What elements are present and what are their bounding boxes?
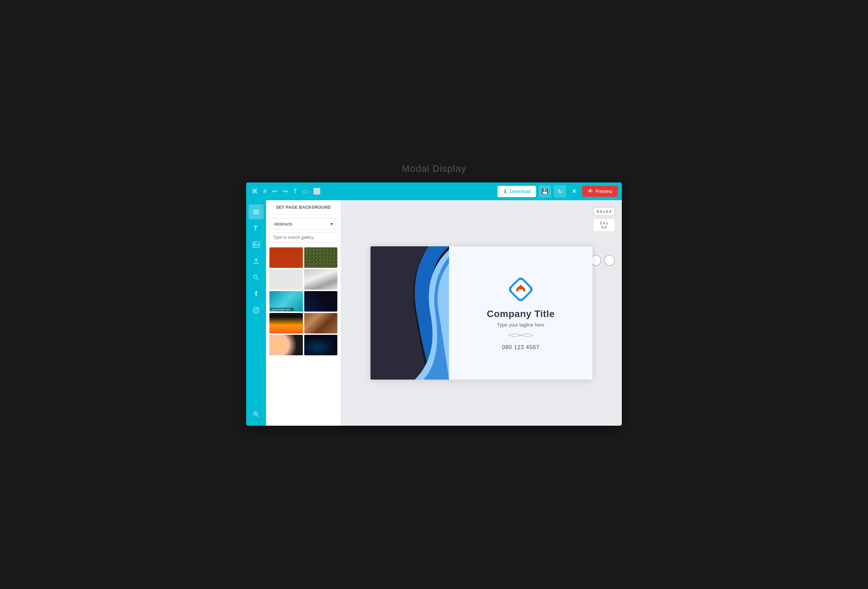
company-logo <box>507 276 534 303</box>
gallery-item-9[interactable] <box>269 335 303 355</box>
text-tool-icon[interactable]: T <box>292 186 298 197</box>
gallery-item-6[interactable] <box>304 291 338 312</box>
gallery-item-4[interactable] <box>304 269 338 290</box>
svg-rect-18 <box>518 289 523 292</box>
icon-sidebar: T <box>246 200 266 426</box>
crop-tool-icon[interactable]: ⬜ <box>312 186 322 197</box>
size-landscape[interactable]: 8.6 x 5.4 <box>593 207 615 216</box>
grid-icon[interactable]: # <box>262 186 268 197</box>
preview-button[interactable]: 👁 Preview <box>582 186 618 197</box>
download-icon: ⬇ <box>503 188 508 195</box>
gallery-item-8[interactable] <box>304 313 338 333</box>
toolbar: ⌘ # ↩ ↪ T ⬭ ⬜ ⬇ Download 💾 ↻ ✕ 👁 Preview <box>246 182 622 200</box>
gallery-item-label: eg2ykmbgdhl4gha... <box>270 308 294 311</box>
svg-point-9 <box>255 309 257 312</box>
undo-icon[interactable]: ↩ <box>271 186 279 197</box>
gallery-item-7[interactable] <box>269 313 303 333</box>
company-tagline: Type your tagline here <box>497 322 545 328</box>
gallery-item-10[interactable] <box>304 335 338 355</box>
svg-text:T: T <box>254 225 257 232</box>
sidebar-icon-facebook[interactable]: f <box>249 286 264 301</box>
gallery-grid: eg2ykmbgdhl4gha... <box>266 246 341 357</box>
svg-line-12 <box>257 415 259 417</box>
gallery-item-3[interactable] <box>269 269 303 290</box>
sidebar-icon-image[interactable] <box>249 237 264 252</box>
download-button[interactable]: ⬇ Download <box>497 186 536 197</box>
company-title: Company Title <box>487 308 555 320</box>
sidebar-icon-upload[interactable] <box>249 253 264 269</box>
size-portrait[interactable]: 5.4 x8.6 <box>593 219 615 232</box>
gallery-item-5[interactable]: eg2ykmbgdhl4gha... <box>269 291 303 312</box>
preview-label: Preview <box>595 189 612 194</box>
sidebar-icon-search[interactable] <box>249 270 264 285</box>
card-left <box>371 246 449 380</box>
toolbar-right: ⬇ Download 💾 ↻ ✕ 👁 Preview <box>497 185 618 197</box>
company-phone: 080 123 4567 <box>502 344 540 351</box>
canvas-area: 8.6 x 5.4 5.4 x8.6 <box>341 200 622 426</box>
svg-line-7 <box>257 278 259 280</box>
shape-tool-icon[interactable]: ⬭ <box>301 186 309 197</box>
nav-circles <box>590 255 615 266</box>
close-button[interactable]: ✕ <box>569 186 579 197</box>
command-icon[interactable]: ⌘ <box>250 186 259 197</box>
download-label: Download <box>509 189 531 194</box>
sidebar-icon-zoom[interactable] <box>249 407 264 422</box>
panel-header: SET PAGE BACKGROUND <box>266 200 341 215</box>
main-area: T <box>246 200 622 426</box>
gallery-item-1[interactable] <box>269 247 303 268</box>
save-button[interactable]: 💾 <box>539 185 551 197</box>
category-dropdown[interactable]: Abstracts ▾ <box>269 218 337 229</box>
refresh-button[interactable]: ↻ <box>554 185 566 197</box>
eye-icon: 👁 <box>588 188 593 194</box>
divider-ornament <box>507 332 534 340</box>
toolbar-icons: ⌘ # ↩ ↪ T ⬭ ⬜ <box>250 186 496 197</box>
svg-point-6 <box>254 275 257 278</box>
dropdown-label: Abstracts <box>274 221 292 226</box>
search-input[interactable] <box>269 232 337 243</box>
page-title: Modal Display <box>402 163 466 174</box>
nav-next[interactable] <box>604 255 615 266</box>
svg-point-10 <box>257 308 258 309</box>
app-window: ⌘ # ↩ ↪ T ⬭ ⬜ ⬇ Download 💾 ↻ ✕ 👁 Preview <box>246 182 622 426</box>
redo-icon[interactable]: ↪ <box>281 186 289 197</box>
panel: SET PAGE BACKGROUND Abstracts ▾ eg2ykmbg… <box>266 200 341 426</box>
card-right: Company Title Type your tagline here 080… <box>449 246 592 380</box>
sidebar-icon-text[interactable]: T <box>249 221 264 236</box>
size-options: 8.6 x 5.4 5.4 x8.6 <box>593 207 615 232</box>
sidebar-icon-lines[interactable] <box>249 204 264 219</box>
sidebar-icon-instagram[interactable] <box>249 303 264 318</box>
chevron-down-icon: ▾ <box>331 221 333 226</box>
card-canvas: Company Title Type your tagline here 080… <box>371 246 592 380</box>
gallery-item-2[interactable] <box>304 247 338 268</box>
